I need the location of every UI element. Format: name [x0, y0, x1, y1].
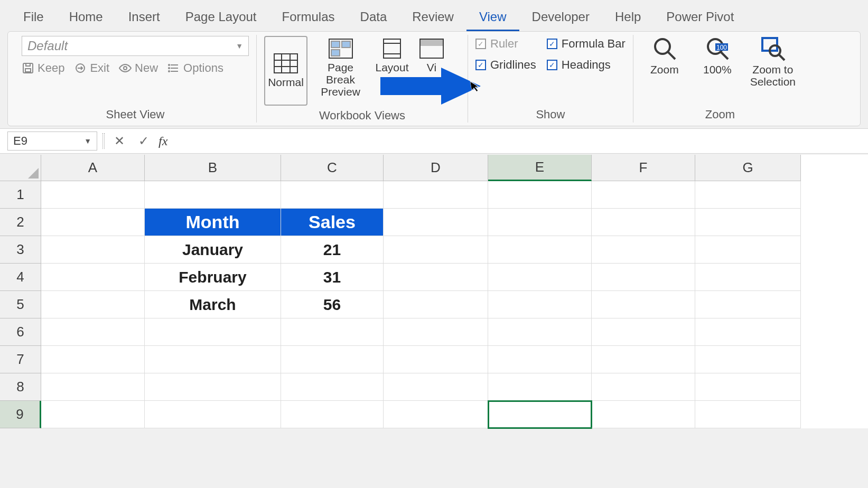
cell[interactable]: [488, 346, 592, 373]
cell[interactable]: [384, 264, 488, 291]
cell[interactable]: [384, 181, 488, 209]
cell[interactable]: [145, 373, 281, 401]
col-header-C[interactable]: C: [281, 155, 384, 181]
cell[interactable]: [384, 318, 488, 346]
enter-formula-button[interactable]: ✓: [134, 134, 153, 148]
cell[interactable]: [488, 373, 592, 401]
formula-input[interactable]: [173, 132, 861, 150]
cell[interactable]: [488, 236, 592, 264]
row-header-1[interactable]: 1: [0, 181, 41, 209]
cell[interactable]: [145, 401, 281, 428]
cell[interactable]: [384, 291, 488, 318]
cell[interactable]: [695, 346, 801, 373]
tab-home[interactable]: Home: [57, 4, 116, 31]
tab-developer[interactable]: Developer: [519, 4, 602, 31]
row-header-8[interactable]: 8: [0, 373, 41, 401]
custom-view-button[interactable]: Vi: [416, 36, 447, 76]
formulabar-checkbox[interactable]: ✓ Formula Bar: [547, 37, 626, 51]
cell[interactable]: [695, 264, 801, 291]
cell[interactable]: [488, 291, 592, 318]
cell[interactable]: [41, 209, 145, 236]
cell[interactable]: [488, 209, 592, 236]
cell[interactable]: [281, 373, 384, 401]
cell-header-sales[interactable]: Sales: [281, 209, 384, 236]
row-header-3[interactable]: 3: [0, 236, 41, 264]
fx-icon[interactable]: fx: [158, 134, 167, 148]
tab-review[interactable]: Review: [399, 4, 466, 31]
cell-selected[interactable]: [488, 401, 592, 428]
col-header-D[interactable]: D: [384, 155, 488, 181]
pagebreak-view-button[interactable]: Page Break Preview: [313, 36, 368, 100]
cell[interactable]: [41, 181, 145, 209]
tab-help[interactable]: Help: [602, 4, 654, 31]
cell[interactable]: [41, 291, 145, 318]
select-all-button[interactable]: [0, 155, 41, 181]
cell[interactable]: [384, 236, 488, 264]
tab-insert[interactable]: Insert: [116, 4, 173, 31]
cell[interactable]: [592, 346, 695, 373]
sheetview-dropdown[interactable]: Default ▼: [22, 36, 249, 56]
cell[interactable]: [695, 236, 801, 264]
tab-data[interactable]: Data: [348, 4, 400, 31]
cell[interactable]: 56: [281, 291, 384, 318]
cell[interactable]: [281, 181, 384, 209]
col-header-F[interactable]: F: [592, 155, 695, 181]
cell[interactable]: [592, 181, 695, 209]
cell[interactable]: March: [145, 291, 281, 318]
col-header-E[interactable]: E: [488, 155, 592, 181]
cell[interactable]: [695, 318, 801, 346]
tab-view[interactable]: View: [466, 4, 519, 31]
cell[interactable]: [384, 346, 488, 373]
cell[interactable]: [41, 264, 145, 291]
cell[interactable]: [384, 401, 488, 428]
cell[interactable]: February: [145, 264, 281, 291]
cell[interactable]: [695, 373, 801, 401]
cell[interactable]: [592, 236, 695, 264]
cell[interactable]: January: [145, 236, 281, 264]
cell[interactable]: 31: [281, 264, 384, 291]
headings-checkbox[interactable]: ✓ Headings: [547, 58, 626, 72]
zoom-100-button[interactable]: 100 100%: [694, 36, 741, 76]
cell[interactable]: [384, 209, 488, 236]
cell[interactable]: [145, 181, 281, 209]
cell[interactable]: [695, 291, 801, 318]
cell[interactable]: [592, 401, 695, 428]
cell[interactable]: [592, 373, 695, 401]
cell[interactable]: [695, 181, 801, 209]
row-header-6[interactable]: 6: [0, 318, 41, 346]
cell[interactable]: [41, 373, 145, 401]
cell[interactable]: [41, 346, 145, 373]
new-button[interactable]: New: [119, 61, 158, 75]
cell[interactable]: [384, 373, 488, 401]
tab-file[interactable]: File: [11, 4, 57, 31]
row-header-5[interactable]: 5: [0, 291, 41, 318]
name-box[interactable]: E9 ▼: [7, 132, 97, 151]
cell[interactable]: [592, 209, 695, 236]
options-button[interactable]: Options: [167, 61, 223, 75]
cell[interactable]: [592, 318, 695, 346]
col-header-G[interactable]: G: [695, 155, 801, 181]
cell[interactable]: [695, 401, 801, 428]
col-header-B[interactable]: B: [145, 155, 281, 181]
cell[interactable]: [695, 209, 801, 236]
cell-header-month[interactable]: Month: [145, 209, 281, 236]
cell[interactable]: [281, 346, 384, 373]
row-header-4[interactable]: 4: [0, 264, 41, 291]
cell[interactable]: [41, 318, 145, 346]
cell[interactable]: [592, 291, 695, 318]
cell[interactable]: 21: [281, 236, 384, 264]
zoom-button[interactable]: Zoom: [641, 36, 688, 76]
cell[interactable]: [145, 346, 281, 373]
cancel-formula-button[interactable]: ✕: [110, 134, 129, 148]
cell[interactable]: [41, 236, 145, 264]
tab-pagelayout[interactable]: Page Layout: [173, 4, 269, 31]
cell[interactable]: [488, 318, 592, 346]
layout-view-button[interactable]: Layout: [374, 36, 410, 76]
keep-button[interactable]: Keep: [22, 61, 64, 75]
gridlines-checkbox[interactable]: ✓ Gridlines: [475, 58, 536, 72]
row-header-9[interactable]: 9: [0, 401, 41, 428]
cell[interactable]: [592, 264, 695, 291]
normal-view-button[interactable]: Normal: [264, 36, 307, 106]
col-header-A[interactable]: A: [41, 155, 145, 181]
row-header-7[interactable]: 7: [0, 346, 41, 373]
